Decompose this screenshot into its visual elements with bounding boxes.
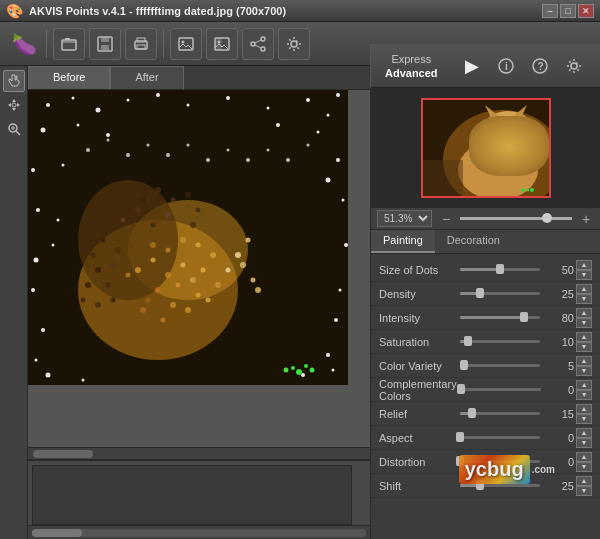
setting-slider-9[interactable]: [460, 484, 540, 487]
open-button[interactable]: [53, 28, 85, 60]
spin-down-0[interactable]: ▼: [576, 270, 592, 280]
painting-tab[interactable]: Painting: [371, 230, 435, 253]
svg-point-142: [499, 133, 503, 139]
run-button[interactable]: ▶: [458, 52, 486, 80]
save-button[interactable]: [89, 28, 121, 60]
spin-down-1[interactable]: ▼: [576, 294, 592, 304]
zoom-in-button[interactable]: +: [578, 211, 594, 227]
svg-point-75: [190, 277, 196, 283]
setting-spinner-6[interactable]: ▲ ▼: [576, 404, 592, 424]
setting-spinner-8[interactable]: ▲ ▼: [576, 452, 592, 472]
mode-tabs: Express Advanced: [381, 52, 442, 80]
bottom-hscroll[interactable]: [28, 525, 370, 539]
setting-slider-6[interactable]: [460, 412, 540, 415]
svg-point-42: [327, 114, 330, 117]
svg-point-51: [336, 158, 340, 162]
zoom-select[interactable]: 51.3% 25% 50% 100%: [377, 210, 432, 227]
setting-slider-5[interactable]: [461, 388, 541, 391]
svg-point-54: [36, 208, 40, 212]
spin-down-3[interactable]: ▼: [576, 342, 592, 352]
settings-gear-button[interactable]: [278, 28, 310, 60]
spin-up-4[interactable]: ▲: [576, 356, 592, 366]
canvas-area[interactable]: [28, 90, 370, 539]
hand-tool[interactable]: [3, 70, 25, 92]
svg-point-118: [107, 139, 110, 142]
maximize-button[interactable]: □: [560, 4, 576, 18]
svg-text:?: ?: [537, 61, 543, 72]
spin-down-9[interactable]: ▼: [576, 486, 592, 496]
bottom-preview: [28, 459, 370, 539]
info-button[interactable]: i: [492, 52, 520, 80]
setting-spinner-7[interactable]: ▲ ▼: [576, 428, 592, 448]
zoom-out-button[interactable]: −: [438, 211, 454, 227]
svg-point-98: [81, 298, 86, 303]
setting-spinner-5[interactable]: ▲ ▼: [576, 380, 592, 400]
move-tool[interactable]: [3, 94, 25, 116]
spin-down-2[interactable]: ▼: [576, 318, 592, 328]
zoom-tool[interactable]: [3, 118, 25, 140]
setting-spinner-4[interactable]: ▲ ▼: [576, 356, 592, 376]
svg-point-123: [206, 158, 210, 162]
setting-row: Complementary Colors 0 ▲ ▼: [371, 378, 600, 402]
setting-spinner-2[interactable]: ▲ ▼: [576, 308, 592, 328]
express-tab[interactable]: Express: [387, 52, 435, 66]
setting-slider-8[interactable]: [460, 460, 540, 463]
setting-row: Intensity 80 ▲ ▼: [371, 306, 600, 330]
svg-point-80: [140, 307, 146, 313]
svg-point-50: [62, 164, 65, 167]
setting-slider-3[interactable]: [460, 340, 540, 343]
svg-point-82: [185, 307, 191, 313]
before-tab[interactable]: Before: [28, 66, 110, 89]
setting-spinner-0[interactable]: ▲ ▼: [576, 260, 592, 280]
spin-up-9[interactable]: ▲: [576, 476, 592, 486]
setting-slider-4[interactable]: [460, 364, 540, 367]
svg-point-79: [126, 273, 131, 278]
help-button[interactable]: ?: [526, 52, 554, 80]
share-button[interactable]: [242, 28, 274, 60]
svg-point-15: [251, 42, 255, 46]
setting-label-2: Intensity: [379, 312, 456, 324]
spin-down-6[interactable]: ▼: [576, 414, 592, 424]
svg-point-43: [336, 93, 340, 97]
svg-point-120: [147, 144, 150, 147]
image-button[interactable]: [170, 28, 202, 60]
setting-spinner-3[interactable]: ▲ ▼: [576, 332, 592, 352]
setting-slider-2[interactable]: [460, 316, 540, 319]
svg-point-126: [267, 149, 270, 152]
setting-slider-1[interactable]: [460, 292, 540, 295]
spin-up-8[interactable]: ▲: [576, 452, 592, 462]
svg-line-145: [488, 142, 508, 144]
spin-up-7[interactable]: ▲: [576, 428, 592, 438]
svg-point-35: [96, 108, 101, 113]
svg-point-119: [126, 153, 130, 157]
spin-up-0[interactable]: ▲: [576, 260, 592, 270]
preferences-button[interactable]: [560, 52, 588, 80]
spin-up-2[interactable]: ▲: [576, 308, 592, 318]
spin-down-5[interactable]: ▼: [576, 390, 592, 400]
horizontal-scrollbar[interactable]: [28, 447, 370, 459]
decoration-tab[interactable]: Decoration: [435, 230, 512, 253]
effects-button[interactable]: [206, 28, 238, 60]
close-button[interactable]: ✕: [578, 4, 594, 18]
spin-down-8[interactable]: ▼: [576, 462, 592, 472]
spin-up-6[interactable]: ▲: [576, 404, 592, 414]
svg-point-128: [307, 144, 310, 147]
minimize-button[interactable]: –: [542, 4, 558, 18]
zoom-thumb[interactable]: [542, 213, 552, 223]
title-controls[interactable]: – □ ✕: [542, 4, 594, 18]
advanced-tab[interactable]: Advanced: [381, 66, 442, 80]
svg-point-143: [514, 133, 518, 139]
setting-slider-7[interactable]: [460, 436, 540, 439]
spin-down-4[interactable]: ▼: [576, 366, 592, 376]
after-tab[interactable]: After: [110, 66, 183, 89]
zoom-slider[interactable]: [460, 217, 572, 220]
spin-up-3[interactable]: ▲: [576, 332, 592, 342]
setting-slider-0[interactable]: [460, 268, 540, 271]
setting-spinner-1[interactable]: ▲ ▼: [576, 284, 592, 304]
spin-up-5[interactable]: ▲: [576, 380, 592, 390]
setting-spinner-9[interactable]: ▲ ▼: [576, 476, 592, 496]
print-button[interactable]: [125, 28, 157, 60]
setting-label-7: Aspect: [379, 432, 456, 444]
spin-down-7[interactable]: ▼: [576, 438, 592, 448]
spin-up-1[interactable]: ▲: [576, 284, 592, 294]
